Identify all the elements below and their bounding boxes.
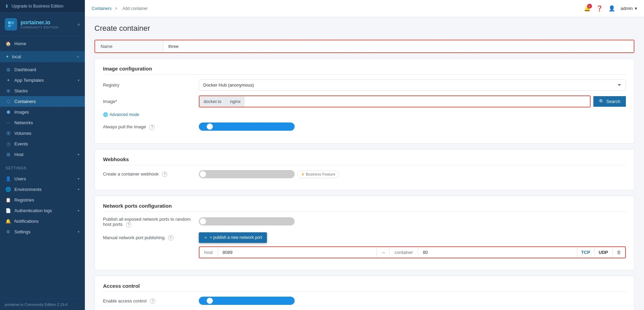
sidebar-item-images[interactable]: ⬢ Images	[0, 107, 85, 117]
page-title: Create container	[94, 24, 634, 33]
chevron-icon: ▾	[78, 230, 79, 234]
sidebar-item-notifications[interactable]: 🔔 Notifications	[0, 216, 85, 227]
access-control-title: Access control	[103, 283, 626, 292]
search-button[interactable]: 🔍 Search	[593, 96, 626, 107]
manual-port-control: ＋ + publish a new network port host → co…	[199, 232, 626, 258]
sidebar-item-home[interactable]: 🏠 Home	[0, 38, 85, 49]
sidebar-item-label: Home	[14, 41, 79, 46]
manual-port-group: Manual network port publishing ? ＋ + pub…	[103, 232, 626, 258]
network-ports-section: Network ports configuration Publish all …	[94, 196, 634, 270]
manual-port-label: Manual network port publishing ?	[103, 232, 199, 241]
always-pull-help[interactable]: ?	[149, 125, 155, 130]
registry-control: Docker Hub (anonymous)	[199, 79, 626, 91]
sidebar-item-networks[interactable]: ⋯ Networks	[0, 117, 85, 128]
image-config-title: Image configuration	[103, 66, 626, 75]
upgrade-label: Upgrade to Business Edition	[12, 4, 63, 9]
sidebar-item-host[interactable]: ⊞ Host ▾	[0, 149, 85, 160]
publish-new-port-button[interactable]: ＋ + publish a new network port	[199, 232, 267, 243]
image-input-wrapper: docker.io nginx	[199, 95, 591, 107]
business-badge: ♛ Business Feature	[297, 170, 339, 178]
user-chevron: ▾	[635, 6, 637, 11]
advanced-mode-link[interactable]: 🌐 Advanced mode	[103, 112, 626, 117]
user-name: admin	[621, 6, 633, 11]
settings-icon: ⚙	[5, 229, 11, 234]
sidebar-item-users[interactable]: 👤 Users ▾	[0, 173, 85, 184]
enable-access-help[interactable]: ?	[150, 298, 155, 304]
registry-group: Registry Docker Hub (anonymous)	[103, 79, 626, 91]
containers-icon: ⬡	[5, 99, 11, 104]
sidebar-item-containers[interactable]: ⬡ Containers	[0, 96, 85, 107]
sidebar-item-events[interactable]: ◷ Events	[0, 139, 85, 149]
image-registry-tag: docker.io	[199, 96, 226, 107]
port-arrow: →	[377, 247, 390, 258]
svg-rect-0	[8, 22, 11, 24]
home-icon: 🏠	[5, 41, 11, 46]
webhook-label: Create a container webhook ?	[103, 171, 199, 177]
port-host-input[interactable]	[223, 250, 372, 255]
registry-select[interactable]: Docker Hub (anonymous)	[199, 79, 626, 91]
volumes-icon: ⦿	[5, 131, 11, 136]
sidebar-item-dashboard[interactable]: ⊞ Dashboard	[0, 64, 85, 75]
udp-button[interactable]: UDP	[595, 247, 613, 258]
sidebar-collapse-button[interactable]: «	[77, 22, 80, 27]
users-icon: 👤	[5, 176, 11, 181]
port-delete-button[interactable]: 🗑	[613, 247, 625, 258]
version-label: portainer.io Community Edition 2.19.4	[5, 302, 67, 307]
enable-access-toggle[interactable]	[199, 297, 295, 305]
sidebar-bottom: portainer.io Community Edition 2.19.4	[0, 299, 85, 310]
always-pull-control	[199, 122, 626, 132]
sidebar-item-stacks[interactable]: ⊕ Stacks	[0, 86, 85, 96]
networks-icon: ⋯	[5, 120, 11, 125]
name-input[interactable]	[164, 40, 634, 52]
webhook-toggle[interactable]	[199, 170, 295, 178]
topbar-right: 🔔 1 ❓ 👤 admin ▾	[584, 5, 637, 12]
publish-btn-label: + publish a new network port	[210, 235, 262, 240]
chevron-icon: ▾	[78, 153, 79, 156]
publish-all-help[interactable]: ?	[126, 222, 131, 228]
publish-all-toggle[interactable]	[199, 217, 295, 225]
always-pull-label: Always pull the image ?	[103, 124, 199, 130]
sidebar-item-label: Authentication logs	[14, 208, 74, 213]
image-name-input[interactable]	[245, 96, 590, 107]
publish-all-label: Publish all exposed network ports to ran…	[103, 217, 199, 228]
stacks-icon: ⊕	[5, 88, 11, 93]
logo-sub: COMMUNITY EDITION	[21, 26, 59, 29]
manual-port-help[interactable]: ?	[168, 235, 173, 241]
access-control-section: Access control Enable access control ?	[94, 276, 634, 310]
port-container-input[interactable]	[423, 250, 572, 255]
env-close-button[interactable]: ×	[77, 54, 79, 59]
logo-name: portainer.io	[21, 20, 59, 26]
tcp-button[interactable]: TCP	[577, 247, 595, 258]
sidebar-item-environments[interactable]: 🌐 Environments ▾	[0, 184, 85, 195]
user-icon[interactable]: 👤	[608, 5, 615, 12]
business-label: Business Feature	[306, 172, 335, 176]
sidebar-item-settings[interactable]: ⚙ Settings ▾	[0, 227, 85, 237]
webhooks-section: Webhooks Create a container webhook ? ♛ …	[94, 149, 634, 190]
upgrade-banner[interactable]: ⬆ Upgrade to Business Edition	[0, 0, 85, 13]
host-icon: ⊞	[5, 152, 11, 157]
environments-icon: 🌐	[5, 187, 11, 192]
auth-logs-icon: 📄	[5, 208, 11, 213]
webhook-help[interactable]: ?	[162, 171, 167, 177]
sidebar-item-app-templates[interactable]: ✦ App Templates ▾	[0, 75, 85, 86]
sidebar-item-label: Events	[14, 141, 79, 146]
webhook-control: ♛ Business Feature	[199, 170, 626, 178]
user-menu[interactable]: admin ▾	[621, 6, 637, 11]
image-config-section: Image configuration Registry Docker Hub …	[94, 59, 634, 144]
notifications-bell[interactable]: 🔔 1	[584, 5, 591, 12]
image-control: docker.io nginx 🔍 Search	[199, 95, 626, 107]
chevron-icon: ▾	[78, 209, 79, 212]
registry-label: Registry	[103, 82, 199, 88]
sidebar-item-auth-logs[interactable]: 📄 Authentication logs ▾	[0, 205, 85, 216]
sidebar-item-registries[interactable]: 📋 Registries	[0, 195, 85, 205]
always-pull-toggle[interactable]	[199, 122, 295, 131]
sidebar-item-label: Stacks	[14, 88, 79, 93]
port-host-label: host	[199, 247, 218, 258]
breadcrumb-parent[interactable]: Containers	[92, 6, 112, 11]
sidebar-item-volumes[interactable]: ⦿ Volumes	[0, 128, 85, 139]
sidebar-item-label: Volumes	[14, 131, 79, 136]
help-button[interactable]: ❓	[596, 5, 603, 12]
sidebar: ⬆ Upgrade to Business Edition portainer.…	[0, 0, 85, 310]
globe-icon: 🌐	[103, 112, 108, 117]
name-field-row: Name	[94, 40, 634, 53]
